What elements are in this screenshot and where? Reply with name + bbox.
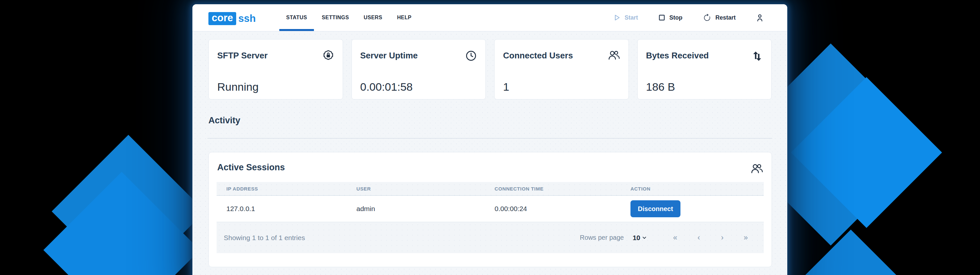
clock-icon (465, 50, 477, 62)
tab-status[interactable]: STATUS (279, 4, 314, 31)
app-window: core ssh STATUS SETTINGS USERS HELP Star… (192, 4, 787, 275)
footer-controls: Rows per page 10 « ‹ › » (580, 233, 764, 242)
tab-help[interactable]: HELP (390, 4, 418, 31)
status-page: SFTP Server Running Server Uptime 0.00:0… (192, 32, 787, 275)
brand-logo[interactable]: core ssh (208, 12, 256, 25)
col-header-ip: IP ADDRESS (216, 186, 347, 191)
stat-value: 186 B (646, 81, 675, 93)
col-header-time: CONNECTION TIME (485, 186, 620, 191)
sessions-table: IP ADDRESS USER CONNECTION TIME ACTION 1… (216, 182, 764, 253)
page-first-button[interactable]: « (673, 233, 678, 242)
stat-cards: SFTP Server Running Server Uptime 0.00:0… (208, 39, 772, 100)
users-icon (608, 50, 620, 60)
server-actions: Start Stop Restart (614, 4, 764, 31)
entries-summary: Showing 1 to 1 of 1 entries (216, 234, 305, 242)
user-menu-button[interactable] (756, 14, 764, 22)
tab-settings[interactable]: SETTINGS (315, 4, 356, 31)
chevron-down-icon (642, 235, 647, 240)
active-sessions-card: Active Sessions IP ADDRESS USER CONNECTI… (208, 152, 772, 267)
users-icon (751, 163, 763, 174)
stop-button[interactable]: Stop (659, 14, 682, 21)
cell-time: 0.00:00:24 (485, 205, 620, 213)
col-header-user: USER (347, 186, 485, 191)
transfer-arrows-icon (750, 50, 763, 63)
stat-card-sftp-server: SFTP Server Running (208, 39, 343, 100)
stat-title: Server Uptime (360, 51, 418, 61)
rows-per-page-select[interactable]: 10 (633, 234, 647, 242)
cell-ip: 127.0.0.1 (216, 205, 347, 213)
pagination: « ‹ › » (673, 233, 748, 242)
restart-button[interactable]: Restart (703, 14, 736, 22)
col-header-action: ACTION (620, 186, 764, 191)
table-row: 127.0.0.1 admin 0.00:00:24 Disconnect (216, 196, 764, 222)
sessions-title: Active Sessions (217, 163, 285, 172)
background-diamond-right-bottom (776, 230, 926, 275)
section-divider (207, 138, 772, 139)
stat-value: Running (217, 81, 259, 93)
stat-title: Bytes Received (646, 51, 709, 61)
stat-card-bytes-received: Bytes Received 186 B (637, 39, 772, 100)
app-header: core ssh STATUS SETTINGS USERS HELP Star… (192, 4, 787, 32)
cell-user: admin (347, 205, 485, 213)
stat-card-connected-users: Connected Users 1 (494, 39, 629, 100)
activity-heading: Activity (208, 115, 240, 126)
logo-ssh-text: ssh (238, 13, 255, 24)
stat-title: SFTP Server (217, 51, 267, 61)
stop-icon (659, 14, 665, 21)
page-last-button[interactable]: » (743, 233, 748, 242)
security-shield-icon (323, 50, 334, 61)
stat-value: 0.00:01:58 (360, 81, 413, 93)
stat-card-uptime: Server Uptime 0.00:01:58 (352, 39, 486, 100)
main-nav: STATUS SETTINGS USERS HELP (279, 4, 420, 31)
tab-users[interactable]: USERS (357, 4, 389, 31)
page-prev-button[interactable]: ‹ (696, 233, 702, 242)
disconnect-button[interactable]: Disconnect (630, 200, 681, 217)
table-footer: Showing 1 to 1 of 1 entries Rows per pag… (216, 222, 764, 253)
start-button[interactable]: Start (614, 14, 638, 21)
rows-per-page-label: Rows per page (580, 234, 624, 242)
person-icon (756, 14, 764, 22)
logo-core-badge: core (208, 12, 236, 25)
play-icon (614, 14, 620, 21)
stat-title: Connected Users (503, 51, 573, 61)
table-header-row: IP ADDRESS USER CONNECTION TIME ACTION (216, 182, 764, 196)
restart-icon (703, 14, 711, 22)
stat-value: 1 (503, 81, 509, 93)
page-next-button[interactable]: › (720, 233, 725, 242)
